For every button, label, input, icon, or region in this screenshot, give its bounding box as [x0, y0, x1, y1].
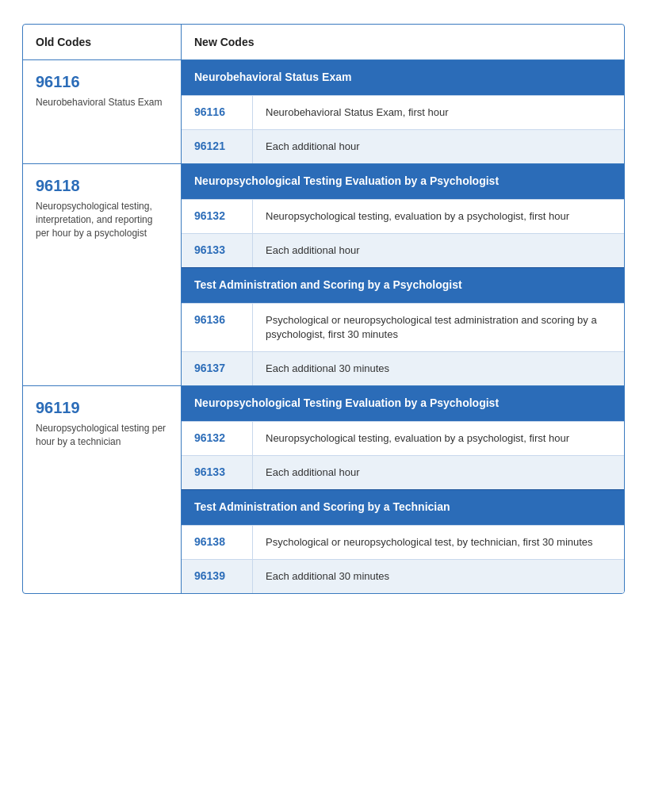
new-code-description: Psychological or neuropsychological test… — [253, 304, 624, 351]
new-code-row: 96138Psychological or neuropsychological… — [182, 525, 624, 559]
old-codes-header: Old Codes — [23, 25, 182, 59]
new-code-row: 96137Each additional 30 minutes — [182, 351, 624, 385]
table-header: Old Codes New Codes — [23, 25, 624, 60]
new-code-number: 96136 — [182, 304, 253, 351]
new-code-number: 96138 — [182, 526, 253, 559]
new-code-description: Neuropsychological testing, evaluation b… — [253, 200, 624, 233]
old-code-description: Neuropsychological testing, interpretati… — [36, 200, 168, 239]
new-code-description: Each additional hour — [253, 456, 624, 489]
section-header: Neuropsychological Testing Evaluation by… — [182, 164, 624, 199]
old-code-cell: 96116Neurobehavioral Status Exam — [23, 60, 182, 163]
new-code-number: 96116 — [182, 96, 253, 129]
new-code-cell: Neuropsychological Testing Evaluation by… — [182, 386, 624, 593]
new-code-number: 96121 — [182, 130, 253, 163]
new-code-number: 96132 — [182, 422, 253, 455]
old-code-cell: 96118Neuropsychological testing, interpr… — [23, 164, 182, 385]
new-code-row: 96116Neurobehavioral Status Exam, first … — [182, 95, 624, 129]
new-code-number: 96137 — [182, 352, 253, 385]
new-code-description: Each additional hour — [253, 234, 624, 267]
sub-section-header: Test Administration and Scoring by a Psy… — [182, 267, 624, 303]
new-code-description: Each additional 30 minutes — [253, 352, 624, 385]
old-code-number: 96116 — [36, 73, 168, 91]
new-code-cell: Neuropsychological Testing Evaluation by… — [182, 164, 624, 385]
new-code-description: Neuropsychological testing, evaluation b… — [253, 422, 624, 455]
sub-section-header: Test Administration and Scoring by a Tec… — [182, 489, 624, 525]
new-code-description: Psychological or neuropsychological test… — [253, 526, 624, 559]
new-code-row: 96132Neuropsychological testing, evaluat… — [182, 199, 624, 233]
new-code-number: 96132 — [182, 200, 253, 233]
new-code-row: 96133Each additional hour — [182, 455, 624, 489]
new-code-description: Each additional 30 minutes — [253, 560, 624, 593]
table-row: 96118Neuropsychological testing, interpr… — [23, 164, 624, 386]
new-code-row: 96139Each additional 30 minutes — [182, 559, 624, 593]
new-codes-header: New Codes — [182, 25, 624, 59]
new-code-row: 96121Each additional hour — [182, 129, 624, 163]
new-code-description: Neurobehavioral Status Exam, first hour — [253, 96, 624, 129]
old-code-description: Neuropsychological testing per hour by a… — [36, 422, 168, 449]
old-code-number: 96118 — [36, 177, 168, 195]
old-code-description: Neurobehavioral Status Exam — [36, 96, 168, 109]
new-code-cell: Neurobehavioral Status Exam96116Neurobeh… — [182, 60, 624, 163]
new-code-number: 96139 — [182, 560, 253, 593]
new-code-number: 96133 — [182, 456, 253, 489]
codes-table: Old Codes New Codes 96116Neurobehavioral… — [22, 24, 625, 594]
new-code-description: Each additional hour — [253, 130, 624, 163]
new-code-row: 96133Each additional hour — [182, 233, 624, 267]
table-row: 96116Neurobehavioral Status ExamNeurobeh… — [23, 60, 624, 164]
new-code-row: 96136Psychological or neuropsychological… — [182, 303, 624, 351]
table-row: 96119Neuropsychological testing per hour… — [23, 386, 624, 593]
new-code-number: 96133 — [182, 234, 253, 267]
section-header: Neuropsychological Testing Evaluation by… — [182, 386, 624, 421]
section-header: Neurobehavioral Status Exam — [182, 60, 624, 95]
old-code-number: 96119 — [36, 399, 168, 417]
new-code-row: 96132Neuropsychological testing, evaluat… — [182, 421, 624, 455]
old-code-cell: 96119Neuropsychological testing per hour… — [23, 386, 182, 593]
